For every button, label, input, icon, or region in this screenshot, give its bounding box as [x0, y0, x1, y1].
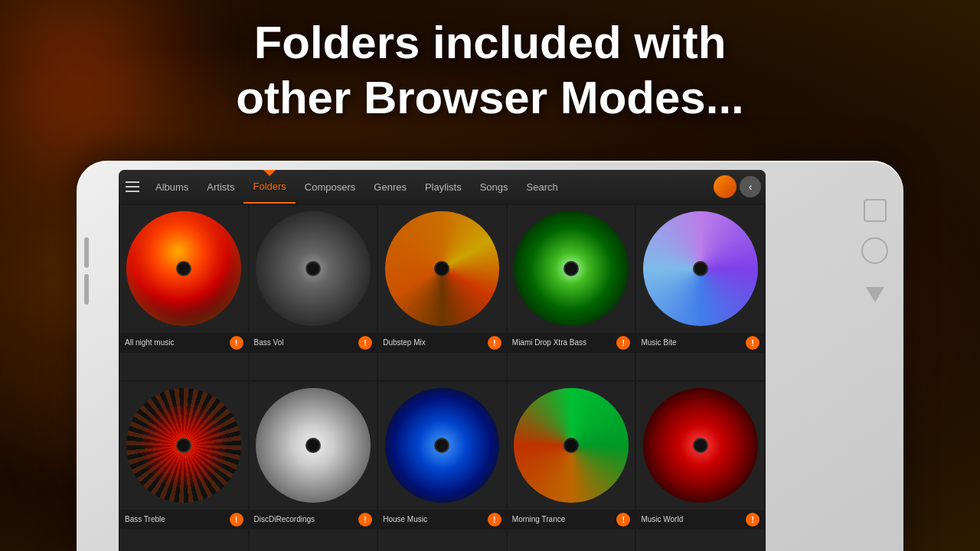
disc-center-musicbite	[693, 261, 708, 276]
info-button-musicbite[interactable]: !	[746, 336, 760, 350]
info-button-all-night[interactable]: !	[230, 336, 243, 350]
grid-item-miami[interactable]: Miami Drop Xtra Bass!	[508, 205, 635, 380]
disc-dubstep	[385, 211, 500, 326]
grid-label-row-miami: Miami Drop Xtra Bass!	[508, 333, 635, 353]
nav-right: ‹	[714, 175, 766, 198]
info-button-house[interactable]: !	[488, 513, 501, 527]
grid-label-musicworld: Music World	[641, 515, 746, 523]
grid-label-row-all-night: All night music!	[120, 333, 248, 353]
grid-label-house: House Music	[383, 515, 488, 523]
disc-discdi	[256, 388, 371, 503]
grid-label-row-basstreble: Bass Treble!	[120, 510, 248, 530]
grid-item-image-musicbite	[636, 205, 764, 333]
grid-label-discdi: DiscDiRecordings	[254, 515, 359, 523]
grid-item-image-trance	[508, 382, 635, 510]
nav-tab-albums[interactable]: Albums	[146, 170, 198, 204]
nav-tab-search[interactable]: Search	[518, 170, 567, 204]
disc-house	[385, 388, 500, 503]
disc-center-trance	[564, 438, 579, 453]
disc-center-miami	[564, 261, 579, 276]
nav-tab-artists[interactable]: Artists	[198, 170, 243, 204]
grid-item-image-miami	[508, 205, 635, 333]
grid-label-row-musicbite: Music Bite!	[636, 333, 764, 353]
disc-center-basstreble	[176, 438, 191, 453]
grid-label-row-house: House Music!	[378, 510, 506, 530]
disc-center-house	[434, 438, 449, 453]
disc-basstreble	[126, 388, 241, 503]
nav-tab-composers[interactable]: Composers	[296, 170, 364, 204]
nav-tabs: AlbumsArtistsFoldersComposersGenresPlayl…	[146, 170, 714, 204]
disc-center-dubstep	[434, 261, 449, 276]
grid-item-house[interactable]: House Music!	[378, 382, 506, 551]
square-button[interactable]	[864, 199, 887, 222]
grid-item-image-house	[378, 382, 506, 510]
volume-buttons	[84, 237, 89, 305]
grid-label-dubstep: Dubstep Mix	[383, 338, 488, 347]
info-button-dubstep[interactable]: !	[488, 336, 501, 350]
grid-item-dubstep[interactable]: Dubstep Mix!	[378, 205, 506, 380]
nav-tab-folders[interactable]: Folders	[243, 170, 295, 204]
disc-musicworld	[643, 388, 758, 503]
disc-center-musicworld	[693, 438, 708, 453]
grid-item-musicworld[interactable]: Music World!	[636, 382, 764, 551]
grid-item-discdi[interactable]: DiscDiRecordings!	[250, 382, 377, 551]
grid-item-image-discdi	[250, 382, 377, 510]
grid-item-bass-vol[interactable]: Bass Vol!	[250, 205, 377, 380]
grid-label-trance: Morning Trance	[512, 515, 617, 523]
circle-button[interactable]	[861, 237, 888, 264]
grid-item-musicbite[interactable]: Music Bite!	[636, 205, 764, 380]
disc-center-discdi	[305, 438, 321, 453]
disc-all-night	[126, 211, 241, 326]
grid-label-miami: Miami Drop Xtra Bass	[512, 338, 617, 347]
vol-up-button[interactable]	[84, 237, 89, 268]
grid-item-image-bass-vol	[250, 205, 377, 333]
grid-label-row-bass-vol: Bass Vol!	[250, 333, 377, 353]
disc-bass-vol	[256, 211, 371, 326]
grid-item-image-basstreble	[120, 382, 248, 510]
disc-miami	[514, 211, 629, 326]
grid-item-basstreble[interactable]: Bass Treble!	[120, 382, 248, 551]
info-button-bass-vol[interactable]: !	[358, 336, 372, 350]
info-button-miami[interactable]: !	[616, 336, 630, 350]
phone-mockup: AlbumsArtistsFoldersComposersGenresPlayl…	[77, 161, 903, 551]
info-button-basstreble[interactable]: !	[230, 513, 243, 527]
vol-down-button[interactable]	[84, 274, 89, 305]
title-line2: other Browser Modes...	[15, 70, 965, 126]
grid-item-image-dubstep	[378, 205, 506, 333]
user-avatar	[714, 175, 737, 198]
grid-item-image-musicworld	[636, 382, 764, 510]
nav-tab-playlists[interactable]: Playlists	[416, 170, 471, 204]
nav-buttons	[861, 199, 888, 302]
info-button-trance[interactable]: !	[616, 513, 630, 527]
nav-back-button[interactable]: ‹	[740, 176, 761, 197]
grid-label-row-trance: Morning Trance!	[508, 510, 635, 530]
grid-label-basstreble: Bass Treble	[125, 515, 230, 523]
grid-item-all-night[interactable]: All night music!	[120, 205, 248, 380]
grid-label-all-night: All night music	[125, 338, 230, 347]
menu-icon[interactable]	[119, 175, 146, 198]
info-button-musicworld[interactable]: !	[746, 513, 760, 527]
back-button[interactable]	[866, 287, 884, 302]
nav-bar: AlbumsArtistsFoldersComposersGenresPlayl…	[119, 170, 766, 204]
nav-tab-genres[interactable]: Genres	[364, 170, 416, 204]
disc-musicbite	[643, 211, 758, 326]
main-title: Folders included with other Browser Mode…	[0, 8, 980, 133]
info-button-discdi[interactable]: !	[358, 513, 372, 527]
grid-label-musicbite: Music Bite	[641, 338, 746, 347]
grid-item-image-all-night	[120, 205, 248, 333]
nav-tab-songs[interactable]: Songs	[471, 170, 518, 204]
grid-item-trance[interactable]: Morning Trance!	[508, 382, 635, 551]
title-line1: Folders included with	[15, 15, 965, 70]
grid-label-row-musicworld: Music World!	[636, 510, 764, 530]
grid-label-row-discdi: DiscDiRecordings!	[250, 510, 377, 530]
grid-label-row-dubstep: Dubstep Mix!	[378, 333, 506, 353]
disc-center-bass-vol	[305, 261, 321, 276]
music-grid: All night music!Bass Vol!Dubstep Mix!Mia…	[119, 204, 766, 551]
disc-center-all-night	[176, 261, 191, 276]
disc-trance	[514, 388, 629, 503]
grid-label-bass-vol: Bass Vol	[254, 338, 359, 347]
phone-screen: AlbumsArtistsFoldersComposersGenresPlayl…	[119, 170, 766, 551]
